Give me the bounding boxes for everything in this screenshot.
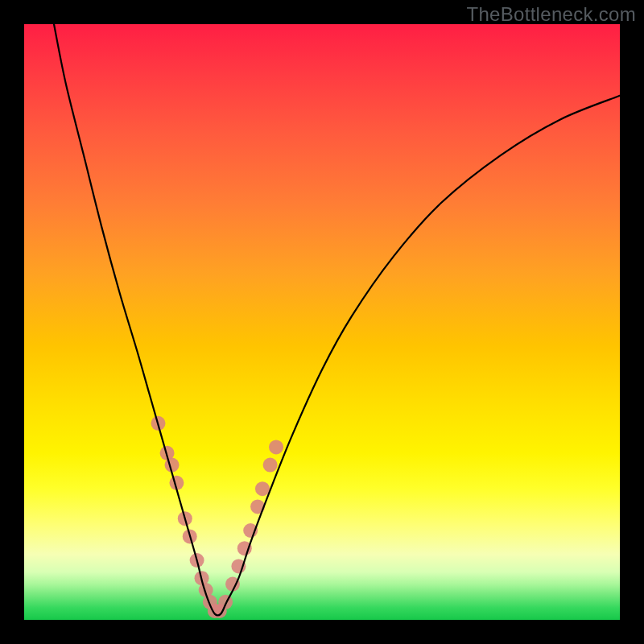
highlight-dot [255, 481, 270, 496]
highlight-dot [269, 440, 283, 454]
highlight-dot [263, 458, 278, 473]
watermark-text: TheBottleneck.com [466, 3, 636, 26]
highlight-dots [151, 416, 284, 618]
plot-area [24, 24, 620, 620]
highlight-dot [218, 595, 233, 609]
chart-frame: TheBottleneck.com [0, 0, 644, 644]
bottleneck-curve [54, 24, 620, 615]
curve-svg [24, 24, 620, 620]
